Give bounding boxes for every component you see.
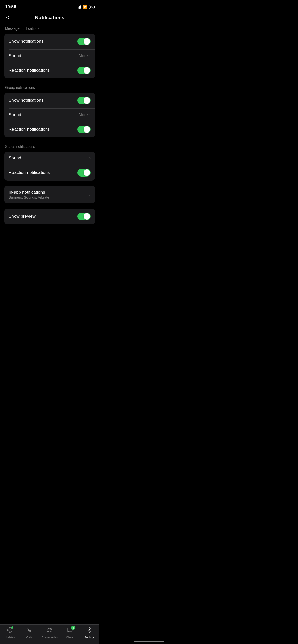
message-notifications-card: Show notifications Sound Note › Reaction… — [4, 34, 95, 78]
status-reaction-label: Reaction notifications — [9, 170, 50, 175]
toggle-knob — [84, 67, 90, 74]
message-show-notifications-toggle[interactable] — [77, 38, 91, 45]
message-notifications-label: Message notifications — [4, 24, 95, 33]
group-show-notifications-label: Show notifications — [9, 98, 44, 103]
show-preview-row[interactable]: Show preview — [4, 209, 95, 224]
group-show-notifications-toggle[interactable] — [77, 97, 91, 104]
message-reaction-row[interactable]: Reaction notifications — [4, 63, 95, 78]
group-reaction-row[interactable]: Reaction notifications — [4, 122, 95, 137]
message-show-notifications-row[interactable]: Show notifications — [4, 34, 95, 49]
group-sound-right: Note › — [79, 112, 91, 118]
status-bar: 10:56 🛜 96 — [0, 0, 99, 13]
inapp-notifications-row[interactable]: In-app notifications Banners, Sounds, Vi… — [4, 186, 95, 203]
inapp-notifications-subtitle: Banners, Sounds, Vibrate — [9, 195, 49, 199]
main-content: Message notifications Show notifications… — [0, 24, 99, 255]
group-sound-value: Note — [79, 112, 88, 118]
status-sound-label: Sound — [9, 156, 21, 161]
group-show-notifications-row[interactable]: Show notifications — [4, 93, 95, 108]
back-button[interactable]: < — [4, 13, 11, 22]
message-sound-label: Sound — [9, 53, 21, 58]
toggle-knob — [84, 126, 90, 133]
battery-indicator: 96 — [89, 5, 94, 9]
toggle-knob — [84, 38, 90, 45]
message-show-notifications-label: Show notifications — [9, 39, 44, 44]
group-notifications-card: Show notifications Sound Note › Reaction… — [4, 93, 95, 137]
status-sound-row[interactable]: Sound › — [4, 152, 95, 165]
chevron-right-icon: › — [89, 113, 91, 117]
chevron-right-icon: › — [89, 192, 91, 197]
group-sound-label: Sound — [9, 112, 21, 118]
toggle-knob — [84, 169, 90, 176]
message-sound-row[interactable]: Sound Note › — [4, 49, 95, 63]
chevron-right-icon: › — [89, 54, 91, 58]
show-preview-toggle[interactable] — [77, 213, 91, 220]
group-sound-row[interactable]: Sound Note › — [4, 108, 95, 122]
wifi-icon: 🛜 — [83, 5, 88, 9]
toggle-knob — [84, 97, 90, 104]
show-preview-label: Show preview — [9, 214, 36, 219]
status-icons: 🛜 96 — [77, 5, 94, 9]
toggle-knob — [84, 213, 90, 220]
message-sound-value: Note — [79, 53, 88, 58]
message-reaction-toggle[interactable] — [77, 67, 91, 74]
inapp-notifications-card[interactable]: In-app notifications Banners, Sounds, Vi… — [4, 186, 95, 203]
inapp-notifications-text: In-app notifications Banners, Sounds, Vi… — [9, 190, 49, 199]
group-reaction-toggle[interactable] — [77, 126, 91, 133]
chevron-right-icon: › — [89, 156, 91, 160]
inapp-notifications-title: In-app notifications — [9, 190, 49, 195]
status-sound-right: › — [89, 156, 91, 160]
group-reaction-label: Reaction notifications — [9, 127, 50, 132]
status-reaction-row[interactable]: Reaction notifications — [4, 165, 95, 181]
status-notifications-label: Status notifications — [4, 142, 95, 151]
status-time: 10:56 — [5, 4, 16, 9]
page-title: Notifications — [35, 15, 64, 20]
message-sound-right: Note › — [79, 53, 91, 58]
group-notifications-label: Group notifications — [4, 83, 95, 92]
signal-icon — [77, 5, 81, 9]
header: < Notifications — [0, 13, 99, 24]
show-preview-card[interactable]: Show preview — [4, 209, 95, 224]
status-notifications-card: Sound › Reaction notifications — [4, 152, 95, 181]
message-reaction-label: Reaction notifications — [9, 68, 50, 73]
status-reaction-toggle[interactable] — [77, 169, 91, 177]
